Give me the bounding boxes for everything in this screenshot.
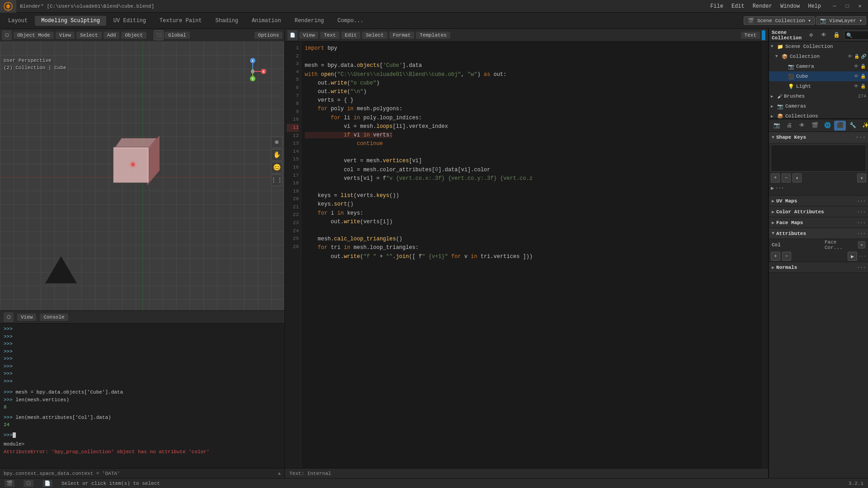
console-icon-btn[interactable]: ⬡ bbox=[4, 312, 14, 322]
menu-help[interactable]: Help bbox=[804, 2, 825, 10]
props-icon-modifiers[interactable]: 🔧 bbox=[847, 121, 859, 131]
console-output[interactable]: >>> >>> >>> >>> >>> >>> >>> >>> >>> mesh… bbox=[0, 324, 284, 468]
props-icon-object[interactable]: ⬛ bbox=[834, 121, 846, 131]
outline-brushes[interactable]: ▶ 🖌 Brushes 274 bbox=[769, 91, 868, 101]
code-run-btn[interactable] bbox=[762, 30, 765, 40]
code-edit-btn[interactable]: Edit bbox=[341, 32, 360, 39]
attr-plus-btn[interactable]: + bbox=[771, 252, 780, 261]
menu-file[interactable]: File bbox=[707, 2, 727, 10]
viewport-view-btn[interactable]: View bbox=[56, 32, 75, 39]
face-maps-section[interactable]: ▶ Face Maps ··· bbox=[769, 217, 868, 228]
console-view-btn[interactable]: View bbox=[17, 314, 36, 321]
minimize-button[interactable]: ─ bbox=[828, 0, 841, 13]
tab-shading[interactable]: Shading bbox=[209, 16, 244, 26]
code-editor-area[interactable]: 12345 678910 11 12131415 1617181920 2122… bbox=[285, 42, 768, 468]
gizmo-z-axis[interactable]: Z bbox=[250, 58, 255, 63]
attr-delete-btn[interactable]: ✕ bbox=[858, 241, 865, 249]
close-button[interactable]: ✕ bbox=[854, 0, 866, 13]
tab-layout[interactable]: Layout bbox=[2, 16, 34, 26]
console-input-line[interactable]: >>> bbox=[4, 432, 281, 439]
normals-section[interactable]: ▶ Normals ··· bbox=[769, 262, 868, 273]
outliner-icon-2[interactable]: 👁 bbox=[818, 30, 830, 40]
outline-collection[interactable]: ▼ 📦 Collection 👁 🔒 🔗 bbox=[769, 52, 868, 61]
viewport-icon-btn[interactable]: ⬡ bbox=[2, 30, 12, 40]
code-select-btn[interactable]: Select bbox=[362, 32, 387, 39]
outline-collections[interactable]: ▶ 📦 Collections bbox=[769, 111, 868, 118]
shape-keys-options[interactable]: ··· bbox=[855, 133, 865, 141]
uv-maps-section[interactable]: ▶ UV Maps ··· bbox=[769, 196, 868, 206]
viewport-3d[interactable]: ⬡ Object Mode View Select Add Object ⬛ G… bbox=[0, 29, 284, 311]
mode-selector[interactable]: Object Mode bbox=[14, 32, 54, 39]
gizmo-x-axis[interactable]: X bbox=[261, 69, 266, 74]
sk-menu-btn[interactable]: ▾ bbox=[793, 174, 802, 183]
code-text-btn[interactable]: Text bbox=[320, 32, 339, 39]
attributes-options[interactable]: ··· bbox=[857, 230, 865, 237]
global-transform-btn[interactable]: ⬛ bbox=[154, 30, 164, 40]
tab-texture-paint[interactable]: Texture Paint bbox=[153, 16, 208, 26]
transform-space[interactable]: Global bbox=[165, 32, 190, 39]
menu-window[interactable]: Window bbox=[777, 2, 803, 10]
sk-play-btn[interactable]: ▶ bbox=[771, 185, 774, 192]
code-editor-icon[interactable]: 📄 bbox=[288, 30, 297, 40]
color-attributes-section[interactable]: ▶ Color Attributes ··· bbox=[769, 206, 868, 217]
outliner-search[interactable] bbox=[844, 31, 868, 40]
outline-light[interactable]: 💡 Light 👁 🔒 bbox=[769, 81, 868, 91]
options-btn[interactable]: Options bbox=[255, 32, 283, 39]
sk-add-btn[interactable]: + bbox=[771, 174, 780, 183]
shape-key-list bbox=[771, 145, 866, 172]
menu-render[interactable]: Render bbox=[749, 2, 776, 10]
triangle-object[interactable] bbox=[45, 256, 77, 283]
props-icon-output[interactable]: 🖨 bbox=[783, 121, 795, 131]
gizmo-y-axis[interactable]: Y bbox=[250, 76, 255, 81]
viewlayer-selector[interactable]: 📷 ViewLayer ▾ bbox=[816, 16, 866, 25]
shape-keys-header[interactable]: ▼ Shape Keys ··· bbox=[769, 132, 868, 143]
tab-modeling[interactable]: Modeling Sculpting bbox=[35, 16, 106, 26]
uv-maps-options[interactable]: ··· bbox=[857, 197, 865, 205]
code-view-btn[interactable]: View bbox=[299, 32, 318, 39]
code-templates-btn[interactable]: Templates bbox=[416, 32, 450, 39]
sk-expand-btn[interactable]: ▾ bbox=[857, 174, 866, 183]
props-icon-world[interactable]: 🌐 bbox=[821, 121, 833, 131]
props-icon-scene[interactable]: 🎬 bbox=[809, 121, 821, 131]
attr-prev-btn[interactable]: ▶ bbox=[848, 252, 857, 261]
status-icon-1[interactable]: 🎬 bbox=[5, 480, 14, 487]
viewport-add-btn[interactable]: Add bbox=[104, 32, 120, 39]
code-content[interactable]: import bpy mesh = bpy.data.objects['Cube… bbox=[301, 42, 763, 468]
props-icon-particles[interactable]: ✨ bbox=[859, 121, 868, 131]
zoom-btn[interactable]: ⊕ bbox=[271, 136, 283, 148]
tab-animation[interactable]: Animation bbox=[245, 16, 288, 26]
normals-options[interactable]: ··· bbox=[857, 264, 865, 271]
maximize-button[interactable]: □ bbox=[841, 0, 854, 13]
face-maps-options[interactable]: ··· bbox=[857, 219, 865, 226]
attr-minus-btn[interactable]: − bbox=[782, 252, 792, 261]
status-icon-2[interactable]: ⬡ bbox=[24, 480, 33, 487]
tab-compositing[interactable]: Compo... bbox=[331, 16, 370, 26]
viewport-object-btn[interactable]: Object bbox=[121, 32, 146, 39]
outline-cube[interactable]: ⬛ Cube 👁 🔒 bbox=[769, 71, 868, 81]
blender-logo[interactable] bbox=[0, 0, 16, 13]
status-icon-3[interactable]: 📄 bbox=[42, 480, 52, 487]
outline-cameras[interactable]: ▶ 📷 Cameras bbox=[769, 101, 868, 111]
attributes-header[interactable]: ▼ Attributes ··· bbox=[769, 228, 868, 239]
outline-scene-collection[interactable]: ▼ 📁 Scene Collection bbox=[769, 42, 868, 52]
navigation-gizmo[interactable]: Z X Y bbox=[239, 58, 266, 85]
outline-camera[interactable]: 📷 Camera 👁 🔒 bbox=[769, 61, 868, 71]
code-scrollbar[interactable] bbox=[763, 42, 768, 468]
tab-rendering[interactable]: Rendering bbox=[288, 16, 330, 26]
props-icon-view[interactable]: 👁 bbox=[796, 121, 808, 131]
color-attributes-options[interactable]: ··· bbox=[857, 208, 865, 216]
tab-uv-editing[interactable]: UV Editing bbox=[107, 16, 152, 26]
code-format-btn[interactable]: Format bbox=[389, 32, 415, 39]
menu-edit[interactable]: Edit bbox=[728, 2, 748, 10]
sk-remove-btn[interactable]: − bbox=[782, 174, 791, 183]
cube-3d-object[interactable] bbox=[108, 138, 158, 188]
user-btn[interactable]: 😊 bbox=[271, 162, 283, 174]
code-file-btn[interactable]: Text bbox=[741, 32, 760, 39]
outliner-icon-3[interactable]: 🔒 bbox=[830, 30, 842, 40]
scene-selector[interactable]: 🎬 Scene Collection ▾ bbox=[744, 16, 815, 25]
viewport-select-btn[interactable]: Select bbox=[76, 32, 102, 39]
camera-view-btn[interactable]: ⋮⋮ bbox=[271, 174, 283, 186]
props-icon-render[interactable]: 📷 bbox=[771, 121, 783, 131]
pan-btn[interactable]: ✋ bbox=[271, 149, 283, 161]
outliner-icon-1[interactable]: ⚙ bbox=[805, 30, 817, 40]
